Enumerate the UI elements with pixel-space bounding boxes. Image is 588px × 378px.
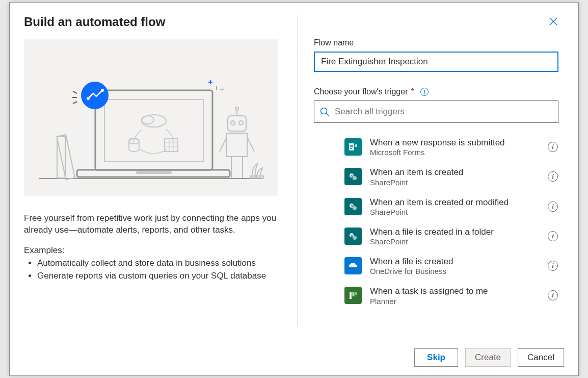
svg-rect-6 [104,99,203,162]
trigger-title: When a new response is submitted [370,137,540,148]
trigger-title: When a file is created in a folder [370,226,540,237]
svg-point-52 [353,236,357,240]
flowname-label: Flow name [314,38,564,47]
cancel-button[interactable]: Cancel [518,348,564,367]
svg-point-28 [231,121,235,125]
svg-line-20 [73,91,77,93]
info-icon[interactable]: i [548,201,558,212]
dialog-footer: Skip Create Cancel [10,340,578,375]
svg-point-49 [353,206,357,210]
trigger-item[interactable]: SWhen an item is created or modifiedShar… [329,192,564,221]
svg-point-29 [239,121,243,125]
svg-rect-5 [95,90,212,170]
forms-icon [344,138,362,156]
trigger-source: Microsoft Forms [370,148,540,157]
svg-point-19 [101,89,104,92]
trigger-title: When an item is created [370,167,540,178]
trigger-item[interactable]: SWhen an item is createdSharePointi [329,162,564,191]
description: Free yourself from repetitive work just … [24,213,279,236]
skip-button[interactable]: Skip [414,348,458,367]
examples-header: Examples: [24,245,285,256]
trigger-source: Planner [370,297,540,306]
svg-line-35 [220,137,227,152]
svg-point-46 [353,176,357,180]
search-icon [319,107,330,117]
svg-line-39 [326,113,329,116]
svg-rect-4 [57,135,74,180]
svg-text:S: S [351,234,353,237]
info-icon[interactable]: i [548,171,558,182]
trigger-scroll-area[interactable]: Flow name Choose your flow's trigger * i [314,38,572,329]
trigger-item[interactable]: When a task is assigned to mePlanneri [329,281,564,310]
trigger-search[interactable] [314,100,558,123]
create-button[interactable]: Create [465,348,511,367]
dialog-title: Build an automated flow [24,15,285,29]
trigger-search-input[interactable] [335,107,553,117]
trigger-label: Choose your flow's trigger * i [314,87,564,96]
sp-icon: S [344,198,362,215]
trigger-title: When a task is assigned to me [370,286,540,296]
svg-text:S: S [351,205,353,208]
svg-point-31 [235,107,238,110]
info-icon[interactable]: i [548,261,558,271]
trigger-source: SharePoint [370,208,540,216]
sp-icon: S [344,168,362,185]
od-icon [344,257,362,274]
examples-list: Automatically collect and store data in … [37,258,285,283]
svg-point-18 [87,97,90,100]
flowname-input[interactable] [314,52,558,72]
svg-text:+: + [220,85,224,94]
svg-rect-54 [350,292,352,299]
svg-rect-8 [136,171,172,174]
trigger-item[interactable]: When a file is createdOneDrive for Busin… [329,251,564,281]
svg-rect-43 [350,148,352,149]
build-flow-dialog: Build an automated flow [9,2,579,376]
trigger-title: When an item is created or modified [370,197,540,208]
info-icon[interactable]: i [420,88,429,96]
svg-rect-44 [355,144,357,147]
planner-icon [344,287,362,304]
illustration: + [24,39,278,196]
trigger-source: OneDrive for Business [370,267,540,275]
svg-rect-56 [355,292,357,295]
svg-text:S: S [351,174,353,178]
info-icon[interactable]: i [548,142,558,152]
info-icon[interactable]: i [548,231,558,241]
trigger-source: SharePoint [370,237,540,246]
svg-rect-41 [350,145,353,146]
svg-rect-32 [227,133,247,157]
trigger-source: SharePoint [370,178,540,187]
info-icon[interactable]: i [548,290,558,300]
example-item: Automatically collect and store data in … [37,258,285,269]
svg-rect-42 [350,146,353,147]
trigger-list: When a new response is submittedMicrosof… [314,132,564,311]
divider [297,15,298,326]
trigger-title: When a file is created [370,256,540,267]
svg-rect-55 [353,292,355,296]
svg-point-10 [142,116,154,124]
svg-line-36 [247,137,254,152]
svg-point-38 [321,108,327,114]
trigger-item[interactable]: When a new response is submittedMicrosof… [329,132,564,162]
svg-line-22 [73,102,77,104]
trigger-item[interactable]: SWhen a file is created in a folderShare… [329,221,564,251]
example-item: Generate reports via custom queries on y… [37,270,285,282]
sp-icon: S [344,228,362,245]
required-asterisk: * [411,87,414,96]
